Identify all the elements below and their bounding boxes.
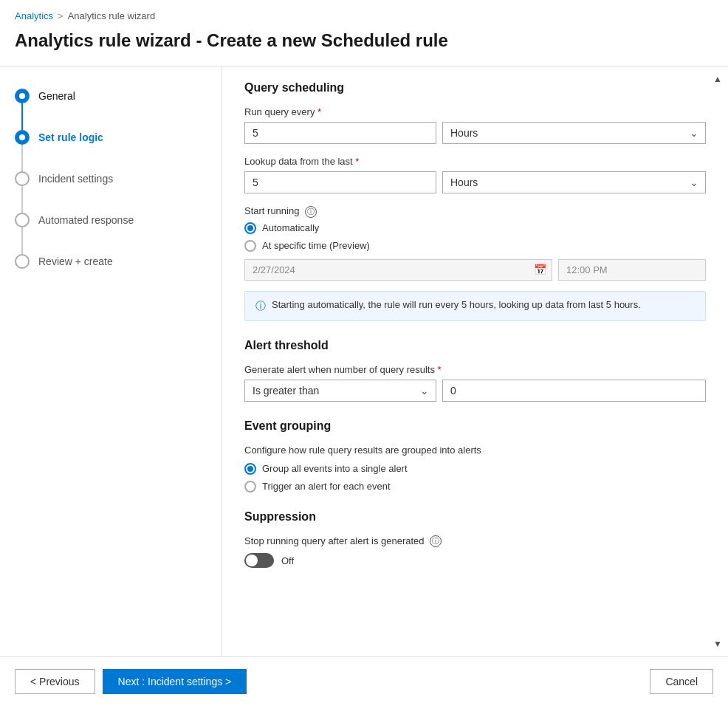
breadcrumb-analytics-link[interactable]: Analytics — [15, 10, 53, 21]
start-running-help-icon[interactable]: ⓘ — [305, 206, 317, 218]
step-indicator-automated-response — [15, 213, 30, 254]
event-grouping-description: Configure how rule query results are gro… — [244, 445, 706, 456]
step-label-automated-response: Automated response — [38, 213, 134, 226]
start-running-label: Start running ⓘ — [244, 205, 706, 218]
event-grouping-title: Event grouping — [244, 419, 706, 433]
step-label-incident-settings: Incident settings — [38, 171, 113, 185]
scroll-up-arrow[interactable]: ▲ — [713, 74, 722, 84]
step-circle-set-rule-logic — [15, 130, 30, 145]
step-label-general: General — [38, 89, 75, 102]
lookup-data-required: * — [355, 156, 359, 167]
start-running-radio-group: Automatically At specific time (Preview) — [244, 222, 706, 252]
run-query-required: * — [317, 106, 321, 117]
step-line-4 — [21, 227, 23, 254]
scroll-down-arrow[interactable]: ▼ — [713, 639, 722, 649]
info-box: ⓘ Starting automatically, the rule will … — [244, 291, 706, 321]
radio-single-circle — [244, 463, 256, 475]
step-circle-automated-response — [15, 213, 30, 227]
breadcrumb: Analytics > Analytics rule wizard — [0, 0, 728, 24]
radio-automatically[interactable]: Automatically — [244, 222, 706, 234]
suppression-toggle-row: Off — [244, 553, 706, 568]
radio-auto-label: Automatically — [262, 222, 319, 233]
run-query-label: Run query every * — [244, 106, 706, 117]
step-indicator-review-create — [15, 254, 30, 269]
suppression-title: Suppression — [244, 510, 706, 524]
radio-group-single-alert[interactable]: Group all events into a single alert — [244, 463, 706, 475]
sidebar-step-incident-settings[interactable]: Incident settings — [15, 171, 207, 213]
alert-threshold-title: Alert threshold — [244, 339, 706, 352]
content-area: ▲ Query scheduling Run query every * Hou… — [222, 66, 728, 656]
step-indicator-general — [15, 89, 30, 130]
event-grouping-section: Event grouping Configure how rule query … — [244, 419, 706, 493]
run-query-unit-select[interactable]: Hours Minutes Days — [442, 122, 706, 144]
step-circle-general — [15, 89, 30, 103]
lookup-data-label: Lookup data from the last * — [244, 156, 706, 167]
sidebar-step-general[interactable]: General — [15, 89, 207, 130]
event-grouping-radio-group: Group all events into a single alert Tri… — [244, 463, 706, 493]
calendar-icon: 📅 — [534, 264, 546, 275]
step-circle-incident-settings — [15, 171, 30, 186]
page-title: Analytics rule wizard - Create a new Sch… — [0, 24, 728, 66]
main-layout: General Set rule logic Incident settings — [0, 66, 728, 656]
info-text: Starting automatically, the rule will ru… — [272, 299, 641, 310]
info-icon: ⓘ — [255, 300, 266, 313]
lookup-data-row: Hours Minutes Days — [244, 171, 706, 193]
radio-specific-time[interactable]: At specific time (Preview) — [244, 240, 706, 252]
run-query-row: Hours Minutes Days — [244, 122, 706, 144]
threshold-condition-wrapper: Is greater than Is less than Is equal to — [244, 380, 436, 402]
radio-auto-circle — [244, 222, 256, 234]
step-line-1 — [21, 103, 23, 130]
step-indicator-incident-settings — [15, 171, 30, 213]
radio-each-circle — [244, 481, 256, 493]
radio-single-label: Group all events into a single alert — [262, 463, 408, 474]
date-input-wrapper: 📅 — [244, 259, 552, 281]
sidebar-step-set-rule-logic[interactable]: Set rule logic — [15, 130, 207, 171]
step-circle-review-create — [15, 254, 30, 269]
lookup-data-input[interactable] — [244, 171, 436, 193]
run-query-unit-wrapper: Hours Minutes Days — [442, 122, 706, 144]
stop-running-label: Stop running query after alert is genera… — [244, 535, 706, 548]
step-label-set-rule-logic: Set rule logic — [38, 130, 103, 143]
time-input[interactable] — [558, 259, 706, 281]
breadcrumb-current-page: Analytics rule wizard — [68, 10, 156, 21]
step-label-review-create: Review + create — [38, 254, 113, 267]
suppression-section: Suppression Stop running query after ale… — [244, 510, 706, 569]
breadcrumb-separator: > — [58, 10, 63, 21]
query-scheduling-title: Query scheduling — [244, 81, 706, 95]
toggle-knob — [246, 555, 258, 566]
radio-each-label: Trigger an alert for each event — [262, 481, 391, 492]
threshold-value-input[interactable] — [442, 380, 706, 402]
generate-alert-label: Generate alert when number of query resu… — [244, 364, 706, 375]
query-scheduling-section: Query scheduling Run query every * Hours… — [244, 81, 706, 321]
alert-threshold-section: Alert threshold Generate alert when numb… — [244, 339, 706, 402]
step-line-2 — [21, 145, 23, 171]
threshold-condition-select[interactable]: Is greater than Is less than Is equal to — [244, 380, 436, 402]
sidebar-step-automated-response[interactable]: Automated response — [15, 213, 207, 254]
cancel-button[interactable]: Cancel — [650, 669, 713, 694]
suppression-toggle-label: Off — [281, 555, 294, 566]
datetime-row: 📅 — [244, 259, 706, 281]
lookup-data-unit-wrapper: Hours Minutes Days — [442, 171, 706, 193]
run-query-input[interactable] — [244, 122, 436, 144]
previous-button[interactable]: < Previous — [15, 669, 95, 694]
radio-specific-circle — [244, 240, 256, 252]
footer: < Previous Next : Incident settings > Ca… — [0, 656, 728, 706]
sidebar-step-review-create[interactable]: Review + create — [15, 254, 207, 269]
radio-each-event[interactable]: Trigger an alert for each event — [244, 481, 706, 493]
lookup-data-unit-select[interactable]: Hours Minutes Days — [442, 171, 706, 193]
suppression-help-icon[interactable]: ⓘ — [430, 535, 442, 547]
next-incident-settings-button[interactable]: Next : Incident settings > — [103, 669, 247, 694]
radio-specific-label: At specific time (Preview) — [262, 240, 370, 251]
date-input[interactable] — [244, 259, 552, 281]
suppression-toggle[interactable] — [244, 553, 274, 568]
sidebar: General Set rule logic Incident settings — [0, 66, 222, 656]
step-indicator-set-rule-logic — [15, 130, 30, 171]
step-line-3 — [21, 186, 23, 213]
threshold-row: Is greater than Is less than Is equal to — [244, 380, 706, 402]
generate-alert-required: * — [438, 364, 442, 375]
